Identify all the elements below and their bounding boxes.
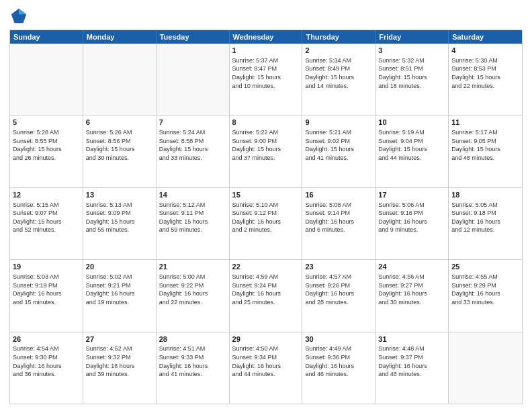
day-cell-7: 7Sunrise: 5:24 AM Sunset: 8:58 PM Daylig… [157,116,230,187]
day-cell-25: 25Sunrise: 4:55 AM Sunset: 9:29 PM Dayli… [449,260,522,331]
day-cell-14: 14Sunrise: 5:12 AM Sunset: 9:11 PM Dayli… [157,188,230,259]
day-number: 29 [232,334,300,345]
day-number: 14 [159,190,226,200]
day-number: 9 [305,118,372,128]
day-cell-19: 19Sunrise: 5:03 AM Sunset: 9:19 PM Dayli… [10,260,83,331]
calendar-row-2: 12Sunrise: 5:15 AM Sunset: 9:07 PM Dayli… [10,187,522,259]
day-cell-20: 20Sunrise: 5:02 AM Sunset: 9:21 PM Dayli… [83,260,157,331]
cell-info: Sunrise: 4:52 AM Sunset: 9:32 PM Dayligh… [86,345,153,378]
day-number: 31 [378,334,445,345]
day-cell-17: 17Sunrise: 5:06 AM Sunset: 9:16 PM Dayli… [375,188,449,259]
day-cell-29: 29Sunrise: 4:50 AM Sunset: 9:34 PM Dayli… [230,332,303,404]
day-cell-27: 27Sunrise: 4:52 AM Sunset: 9:32 PM Dayli… [83,332,157,404]
day-cell-24: 24Sunrise: 4:56 AM Sunset: 9:27 PM Dayli… [375,260,449,331]
day-cell-8: 8Sunrise: 5:22 AM Sunset: 9:00 PM Daylig… [230,116,303,187]
day-number: 16 [305,190,372,200]
header-day-wednesday: Wednesday [230,30,303,44]
day-number: 13 [86,190,153,200]
cell-info: Sunrise: 5:03 AM Sunset: 9:19 PM Dayligh… [13,273,80,306]
calendar-row-3: 19Sunrise: 5:03 AM Sunset: 9:19 PM Dayli… [10,259,522,331]
header-day-friday: Friday [375,30,449,44]
day-number: 4 [451,46,519,56]
cell-info: Sunrise: 4:51 AM Sunset: 9:33 PM Dayligh… [159,345,226,378]
day-cell-9: 9Sunrise: 5:21 AM Sunset: 9:02 PM Daylig… [302,116,375,187]
cell-info: Sunrise: 4:50 AM Sunset: 9:34 PM Dayligh… [232,345,300,378]
day-number: 23 [305,262,372,272]
day-number: 17 [378,190,445,200]
calendar-row-1: 5Sunrise: 5:28 AM Sunset: 8:55 PM Daylig… [10,115,522,187]
day-cell-6: 6Sunrise: 5:26 AM Sunset: 8:56 PM Daylig… [83,116,157,187]
day-number: 10 [378,118,445,128]
day-number: 18 [451,190,519,200]
calendar-header: SundayMondayTuesdayWednesdayThursdayFrid… [10,30,522,44]
logo [9,7,31,26]
day-number: 15 [232,190,300,200]
day-cell-26: 26Sunrise: 4:54 AM Sunset: 9:30 PM Dayli… [10,332,83,404]
day-cell-28: 28Sunrise: 4:51 AM Sunset: 9:33 PM Dayli… [157,332,230,404]
cell-info: Sunrise: 5:12 AM Sunset: 9:11 PM Dayligh… [159,201,226,234]
header-day-sunday: Sunday [10,30,83,44]
day-cell-12: 12Sunrise: 5:15 AM Sunset: 9:07 PM Dayli… [10,188,83,259]
day-cell-13: 13Sunrise: 5:13 AM Sunset: 9:09 PM Dayli… [83,188,157,259]
empty-cell [157,44,230,115]
cell-info: Sunrise: 5:05 AM Sunset: 9:18 PM Dayligh… [451,201,519,234]
cell-info: Sunrise: 5:13 AM Sunset: 9:09 PM Dayligh… [86,201,153,234]
day-number: 5 [13,118,80,128]
header [9,7,523,26]
day-number: 28 [159,334,226,345]
day-number: 25 [451,262,519,272]
day-cell-30: 30Sunrise: 4:49 AM Sunset: 9:36 PM Dayli… [302,332,375,404]
day-cell-5: 5Sunrise: 5:28 AM Sunset: 8:55 PM Daylig… [10,116,83,187]
day-cell-1: 1Sunrise: 5:37 AM Sunset: 8:47 PM Daylig… [230,44,303,115]
day-number: 22 [232,262,300,272]
day-cell-18: 18Sunrise: 5:05 AM Sunset: 9:18 PM Dayli… [449,188,522,259]
day-cell-3: 3Sunrise: 5:32 AM Sunset: 8:51 PM Daylig… [375,44,449,115]
cell-info: Sunrise: 4:55 AM Sunset: 9:29 PM Dayligh… [451,273,519,306]
cell-info: Sunrise: 5:06 AM Sunset: 9:16 PM Dayligh… [378,201,445,234]
day-number: 20 [86,262,153,272]
calendar-row-0: 1Sunrise: 5:37 AM Sunset: 8:47 PM Daylig… [10,44,522,115]
cell-info: Sunrise: 5:15 AM Sunset: 9:07 PM Dayligh… [13,201,80,234]
day-number: 24 [378,262,445,272]
day-number: 3 [378,46,445,56]
cell-info: Sunrise: 4:48 AM Sunset: 9:37 PM Dayligh… [378,345,445,378]
cell-info: Sunrise: 5:21 AM Sunset: 9:02 PM Dayligh… [305,128,372,162]
day-cell-23: 23Sunrise: 4:57 AM Sunset: 9:26 PM Dayli… [302,260,375,331]
day-cell-16: 16Sunrise: 5:08 AM Sunset: 9:14 PM Dayli… [302,188,375,259]
cell-info: Sunrise: 5:00 AM Sunset: 9:22 PM Dayligh… [159,273,226,306]
day-cell-22: 22Sunrise: 4:59 AM Sunset: 9:24 PM Dayli… [230,260,303,331]
header-day-thursday: Thursday [302,30,375,44]
day-number: 26 [13,334,80,345]
cell-info: Sunrise: 5:19 AM Sunset: 9:04 PM Dayligh… [378,128,445,162]
day-cell-2: 2Sunrise: 5:34 AM Sunset: 8:49 PM Daylig… [302,44,375,115]
calendar: SundayMondayTuesdayWednesdayThursdayFrid… [9,30,523,404]
logo-icon [9,7,28,26]
day-number: 6 [86,118,153,128]
cell-info: Sunrise: 5:08 AM Sunset: 9:14 PM Dayligh… [305,201,372,234]
day-number: 8 [232,118,300,128]
empty-cell [449,332,522,404]
day-number: 11 [451,118,519,128]
cell-info: Sunrise: 4:54 AM Sunset: 9:30 PM Dayligh… [13,345,80,378]
header-day-monday: Monday [83,30,157,44]
day-number: 7 [159,118,226,128]
day-number: 30 [305,334,372,345]
day-number: 1 [232,46,300,56]
cell-info: Sunrise: 5:34 AM Sunset: 8:49 PM Dayligh… [305,56,372,90]
header-day-saturday: Saturday [449,30,522,44]
day-cell-15: 15Sunrise: 5:10 AM Sunset: 9:12 PM Dayli… [230,188,303,259]
svg-marker-1 [19,9,26,14]
cell-info: Sunrise: 4:57 AM Sunset: 9:26 PM Dayligh… [305,273,372,306]
cell-info: Sunrise: 5:22 AM Sunset: 9:00 PM Dayligh… [232,128,300,162]
calendar-row-4: 26Sunrise: 4:54 AM Sunset: 9:30 PM Dayli… [10,332,522,404]
cell-info: Sunrise: 4:56 AM Sunset: 9:27 PM Dayligh… [378,273,445,306]
cell-info: Sunrise: 5:32 AM Sunset: 8:51 PM Dayligh… [378,56,445,90]
cell-info: Sunrise: 5:30 AM Sunset: 8:53 PM Dayligh… [451,56,519,90]
cell-info: Sunrise: 5:26 AM Sunset: 8:56 PM Dayligh… [86,128,153,162]
header-day-tuesday: Tuesday [157,30,230,44]
page: SundayMondayTuesdayWednesdayThursdayFrid… [0,0,532,411]
calendar-body: 1Sunrise: 5:37 AM Sunset: 8:47 PM Daylig… [10,44,522,404]
day-number: 21 [159,262,226,272]
cell-info: Sunrise: 4:59 AM Sunset: 9:24 PM Dayligh… [232,273,300,306]
day-number: 12 [13,190,80,200]
